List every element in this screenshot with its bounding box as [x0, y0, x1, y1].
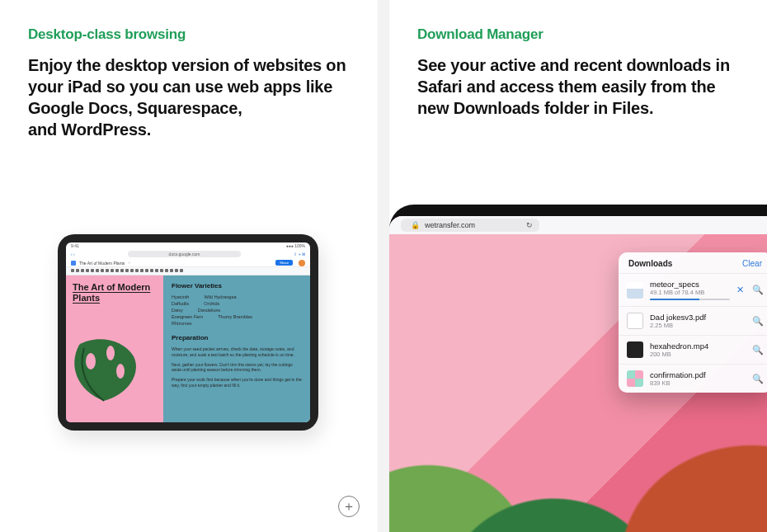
download-row[interactable]: Dad jokesv3.pdf 2.25 MB 🔍 [619, 306, 767, 335]
file-thumb-icon [627, 341, 643, 358]
download-progress [650, 299, 730, 300]
file-name: meteor_specs [650, 280, 730, 289]
file-name: hexahedron.mp4 [650, 341, 746, 351]
tab-title: The Art of Modern Plants [79, 261, 125, 266]
file-thumb-icon [627, 282, 643, 299]
status-bar: 9:41●●● 100% [66, 242, 310, 249]
ipad-device-left: 9:41●●● 100% ‹ › docs.google.com ⇧ + ⊞ T… [58, 234, 318, 431]
svg-point-2 [116, 364, 125, 379]
paragraph: When your seed packet arrives, check the… [172, 346, 302, 358]
feature-body: See your active and recent downloads in … [417, 54, 739, 119]
feature-card-downloads: Download Manager See your active and rec… [389, 0, 767, 532]
ipad-screen: 🔒 wetransfer.com ↻ + [389, 216, 767, 532]
clear-button[interactable]: Clear [742, 259, 762, 268]
plus-icon: ＋ [342, 498, 355, 516]
feature-card-browsing: Desktop-class browsing Enjoy the desktop… [0, 0, 378, 532]
address-bar[interactable]: 🔒 wetransfer.com ↻ [401, 219, 539, 232]
reload-icon[interactable]: ↻ [526, 221, 533, 229]
file-name: confirmation.pdf [650, 370, 746, 379]
file-meta: 49.1 MB of 78.4 MB [650, 289, 730, 296]
section-heading: Preparation [172, 334, 302, 341]
safari-toolbar: 🔒 wetransfer.com ↻ + [389, 216, 767, 234]
reveal-in-files-icon[interactable]: 🔍 [752, 316, 764, 327]
document-canvas: The Art of Modern Plants Flower Varietie… [66, 275, 310, 422]
cancel-download-icon[interactable]: ✕ [736, 285, 744, 295]
file-meta: 839 KB [650, 379, 746, 387]
ipad-screen: 9:41●●● 100% ‹ › docs.google.com ⇧ + ⊞ T… [66, 242, 310, 422]
lock-icon: 🔒 [411, 221, 420, 229]
doc-heading: The Art of Modern Plants [73, 282, 163, 303]
paragraph: Prepare your work first because when you… [172, 377, 302, 388]
docs-favicon-icon [71, 261, 76, 266]
downloads-popover: Downloads Clear meteor_specs 49.1 MB of … [619, 252, 767, 393]
browser-tab-bar: The Art of Modern Plants ☆ Share [66, 259, 310, 267]
ipad-device-right: 🔒 wetransfer.com ↻ + [389, 205, 767, 532]
reveal-in-files-icon[interactable]: 🔍 [752, 374, 764, 384]
url-text: wetransfer.com [425, 221, 475, 229]
file-thumb-icon [627, 313, 643, 329]
section-heading: Flower Varieties [172, 282, 302, 290]
file-name: Dad jokesv3.pdf [650, 313, 746, 322]
file-meta: 200 MB [650, 351, 746, 358]
account-avatar-icon[interactable] [299, 260, 305, 266]
reveal-in-files-icon[interactable]: 🔍 [752, 285, 764, 295]
popover-title: Downloads [628, 259, 672, 268]
download-row[interactable]: meteor_specs 49.1 MB of 78.4 MB ✕ 🔍 [619, 273, 767, 306]
file-meta: 2.25 MB [650, 322, 746, 329]
svg-point-0 [86, 353, 96, 370]
feature-body: Enjoy the desktop version of websites on… [28, 54, 350, 140]
expand-button[interactable]: ＋ [338, 496, 360, 517]
share-button[interactable]: Share [275, 260, 293, 266]
url-text: docs.google.com [169, 252, 200, 257]
reveal-in-files-icon[interactable]: 🔍 [752, 345, 764, 355]
feature-title: Desktop-class browsing [28, 26, 350, 43]
docs-toolbar [66, 267, 310, 275]
file-thumb-icon [627, 370, 643, 387]
feature-title: Download Manager [417, 26, 739, 43]
address-bar: ‹ › docs.google.com ⇧ + ⊞ [66, 249, 310, 259]
svg-point-1 [106, 346, 115, 360]
download-row[interactable]: hexahedron.mp4 200 MB 🔍 [619, 335, 767, 364]
monstera-leaf-icon [66, 333, 145, 407]
download-row[interactable]: confirmation.pdf 839 KB 🔍 [619, 364, 767, 393]
paragraph: Next, gather your flowers. Don't trim th… [172, 362, 302, 374]
